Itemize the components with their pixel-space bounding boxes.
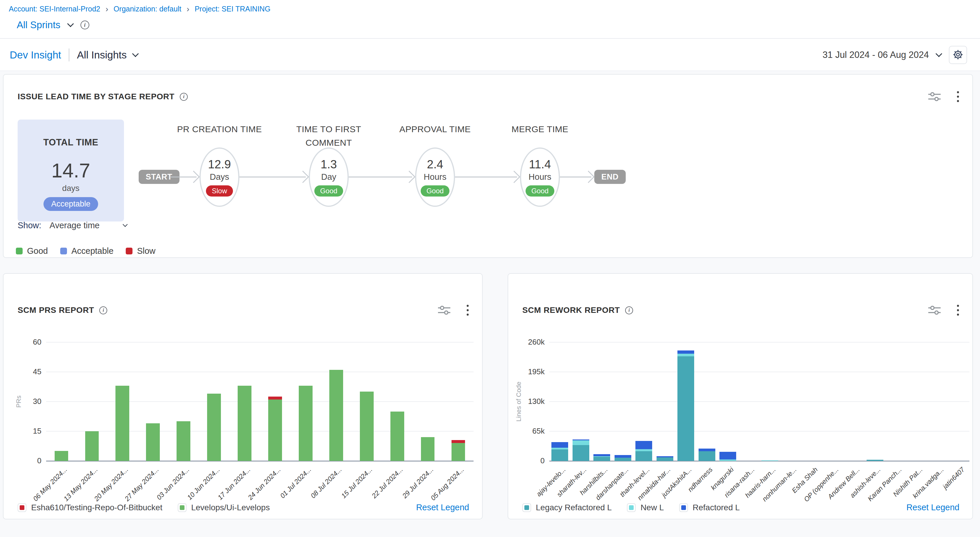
stage-rating-badge: Good xyxy=(421,185,450,197)
legend-item-acceptable: Acceptable xyxy=(60,246,114,256)
bar-segment[interactable] xyxy=(238,386,251,461)
gridline xyxy=(549,342,969,343)
panel-title: ISSUE LEAD TIME BY STAGE REPORT xyxy=(18,92,175,101)
reset-legend-link[interactable]: Reset Legend xyxy=(906,503,959,512)
bar-segment[interactable] xyxy=(635,441,652,450)
bar-segment[interactable] xyxy=(678,356,694,461)
bar-segment[interactable] xyxy=(698,448,715,451)
stage-node-approval-time[interactable]: 2.4 Hours Good xyxy=(415,148,455,207)
bar-segment[interactable] xyxy=(657,456,673,457)
stage-title: APPROVAL TIME xyxy=(382,122,488,136)
bar-segment[interactable] xyxy=(573,445,589,461)
top-header: Account: SEI-Internal-Prod2 › Organizati… xyxy=(0,0,980,39)
bar-segment[interactable] xyxy=(614,458,631,461)
bar-segment[interactable] xyxy=(657,458,673,461)
dev-insight-link[interactable]: Dev Insight xyxy=(10,49,61,61)
info-icon[interactable]: i xyxy=(99,307,107,314)
bar-segment[interactable] xyxy=(268,400,282,461)
bar-segment[interactable] xyxy=(551,448,568,450)
bar-segment[interactable] xyxy=(207,394,221,461)
breadcrumb-organization[interactable]: Organization: default xyxy=(114,5,181,13)
bar-segment[interactable] xyxy=(867,460,883,461)
kebab-menu-icon[interactable] xyxy=(956,91,959,103)
legend-item-refactored-lines[interactable]: Refactored L xyxy=(679,503,740,512)
bar-segment[interactable] xyxy=(452,440,465,443)
bar-segment[interactable] xyxy=(573,440,589,440)
date-range-selector[interactable]: 31 Jul 2024 - 06 Aug 2024 xyxy=(822,50,929,60)
legend-swatch xyxy=(178,503,186,512)
chevron-down-icon[interactable] xyxy=(132,51,139,57)
bar-segment[interactable] xyxy=(299,386,313,461)
chart-legend: Legacy Refactored L New L Refactored L R… xyxy=(522,503,959,512)
bar-segment[interactable] xyxy=(452,443,465,461)
legend-item-repo-levelops[interactable]: Levelops/Ui-Levelops xyxy=(178,503,270,512)
sprint-selector[interactable]: All Sprints i xyxy=(17,19,89,30)
bar-segment[interactable] xyxy=(177,421,190,461)
bar-segment[interactable] xyxy=(115,386,129,461)
legend-label: Legacy Refactored L xyxy=(536,503,612,512)
bar-segment[interactable] xyxy=(593,457,610,461)
bar-segment[interactable] xyxy=(146,423,160,461)
y-axis-tick-label: 0 xyxy=(519,456,545,466)
settings-button[interactable] xyxy=(949,46,967,64)
gridline xyxy=(549,431,969,432)
bar-segment[interactable] xyxy=(55,451,68,461)
stage-node-merge-time[interactable]: 11.4 Hours Good xyxy=(520,148,560,207)
bar-segment[interactable] xyxy=(573,440,589,445)
show-metric-selector[interactable]: Show: Average time xyxy=(18,221,127,230)
bar-segment[interactable] xyxy=(698,451,715,461)
bar-segment[interactable] xyxy=(593,456,610,457)
chevron-down-icon[interactable] xyxy=(935,51,942,57)
info-icon[interactable]: i xyxy=(81,21,89,29)
bar-segment[interactable] xyxy=(551,450,568,461)
bar-segment[interactable] xyxy=(761,460,778,461)
bar-segment[interactable] xyxy=(85,431,99,461)
kebab-menu-icon[interactable] xyxy=(956,304,959,316)
stage-title: PR CREATION TIME xyxy=(167,122,272,136)
info-icon[interactable]: i xyxy=(180,93,188,101)
breadcrumb-separator-icon: › xyxy=(105,5,108,13)
bar-segment[interactable] xyxy=(678,354,694,356)
chevron-down-icon[interactable] xyxy=(67,21,74,27)
bar-segment[interactable] xyxy=(719,452,736,459)
breadcrumb: Account: SEI-Internal-Prod2 › Organizati… xyxy=(9,5,270,13)
show-label: Show: xyxy=(18,221,41,230)
bar-segment[interactable] xyxy=(268,397,282,400)
kebab-menu-icon[interactable] xyxy=(466,304,469,316)
bar-segment[interactable] xyxy=(678,351,694,354)
rating-legend: Good Acceptable Slow xyxy=(16,246,155,256)
bar-segment[interactable] xyxy=(551,442,568,448)
breadcrumb-account[interactable]: Account: SEI-Internal-Prod2 xyxy=(9,5,100,13)
stage-value: 1.3 xyxy=(320,158,337,171)
bar-segment[interactable] xyxy=(593,454,610,456)
legend-item-legacy-refactored[interactable]: Legacy Refactored L xyxy=(522,503,612,512)
stage-node-pr-creation-time[interactable]: 12.9 Days Slow xyxy=(199,148,239,207)
reset-legend-link[interactable]: Reset Legend xyxy=(416,503,469,512)
info-icon[interactable]: i xyxy=(625,307,633,314)
y-axis-tick-label: 65k xyxy=(519,427,545,436)
bar-segment[interactable] xyxy=(329,370,343,461)
legend-item-repo-esha610[interactable]: Esha610/Testing-Repo-Of-Bitbucket xyxy=(18,503,162,512)
breadcrumb-project[interactable]: Project: SEI TRAINING xyxy=(195,5,270,13)
bar-segment[interactable] xyxy=(719,459,736,461)
filter-sliders-icon[interactable] xyxy=(928,305,941,316)
stage-node-time-to-first-comment[interactable]: 1.3 Day Good xyxy=(309,148,349,207)
bar-segment[interactable] xyxy=(421,437,435,461)
chevron-down-icon[interactable] xyxy=(123,222,128,227)
bar-segment[interactable] xyxy=(635,451,652,461)
legend-label: Acceptable xyxy=(72,246,114,256)
filter-sliders-icon[interactable] xyxy=(438,305,451,316)
gridline xyxy=(46,342,474,343)
legend-item-slow: Slow xyxy=(126,246,155,256)
legend-label: Slow xyxy=(137,246,155,256)
legend-item-new-lines[interactable]: New L xyxy=(627,503,663,512)
insight-selector-value[interactable]: All Insights xyxy=(77,49,127,61)
bar-segment[interactable] xyxy=(390,411,404,461)
bar-segment[interactable] xyxy=(635,449,652,451)
filter-sliders-icon[interactable] xyxy=(928,91,941,102)
y-axis-tick-label: 0 xyxy=(16,456,41,466)
total-time-label: TOTAL TIME xyxy=(43,137,99,148)
bar-segment[interactable] xyxy=(360,392,374,461)
stage-value: 11.4 xyxy=(529,158,551,171)
bar-segment[interactable] xyxy=(614,455,631,458)
